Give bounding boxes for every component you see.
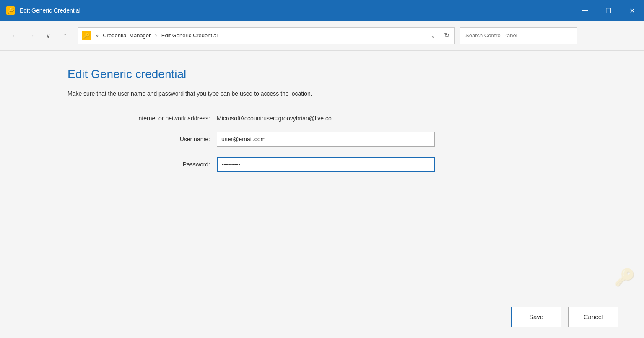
svg-text:🔑: 🔑 xyxy=(7,7,15,14)
refresh-button[interactable]: ↻ xyxy=(442,30,451,41)
maximize-button[interactable]: ☐ xyxy=(597,0,620,21)
address-chevron-icon[interactable]: ⌄ xyxy=(431,32,436,39)
title-bar: 🔑 Edit Generic Credential — ☐ ✕ xyxy=(0,0,644,21)
page-title: Edit Generic credential xyxy=(68,68,618,81)
search-input[interactable] xyxy=(465,32,572,39)
dropdown-button[interactable]: ∨ xyxy=(41,28,56,43)
address-bar: 🔑 » Credential Manager › Edit Generic Cr… xyxy=(78,27,455,44)
window-icon: 🔑 xyxy=(5,5,16,16)
svg-text:🔑: 🔑 xyxy=(83,32,90,39)
main-content: Edit Generic credential Make sure that t… xyxy=(0,51,644,296)
page-description: Make sure that the user name and passwor… xyxy=(68,89,618,98)
address-value: MicrosoftAccount:user=groovybrian@live.c… xyxy=(217,115,332,122)
breadcrumb-root[interactable]: Credential Manager xyxy=(103,32,151,39)
password-label: Password: xyxy=(68,161,210,168)
close-button[interactable]: ✕ xyxy=(620,0,644,21)
password-row: Password: xyxy=(68,157,618,172)
window-title: Edit Generic Credential xyxy=(20,7,80,14)
save-button[interactable]: Save xyxy=(511,307,561,327)
title-bar-controls: — ☐ ✕ xyxy=(573,0,644,21)
breadcrumb-arrow: › xyxy=(155,32,157,39)
content-inner: Edit Generic credential Make sure that t… xyxy=(0,51,644,296)
window: 🔑 Edit Generic Credential — ☐ ✕ ← → ∨ ↑ … xyxy=(0,0,644,338)
back-button[interactable]: ← xyxy=(7,28,22,43)
form-section: Internet or network address: MicrosoftAc… xyxy=(68,115,618,172)
breadcrumb-separator: » xyxy=(96,32,99,39)
forward-button[interactable]: → xyxy=(24,28,39,43)
address-row: Internet or network address: MicrosoftAc… xyxy=(68,115,618,122)
search-box xyxy=(460,27,577,44)
breadcrumb-current: Edit Generic Credential xyxy=(161,32,218,39)
username-input[interactable] xyxy=(217,132,435,147)
address-label: Internet or network address: xyxy=(68,115,210,122)
nav-bar: ← → ∨ ↑ 🔑 » Credential Manager › Edit Ge… xyxy=(0,21,644,51)
minimize-button[interactable]: — xyxy=(573,0,597,21)
watermark: 🔑 xyxy=(614,268,635,287)
username-label: User name: xyxy=(68,136,210,143)
address-bar-icon: 🔑 xyxy=(81,31,91,41)
title-bar-left: 🔑 Edit Generic Credential xyxy=(5,5,80,16)
up-button[interactable]: ↑ xyxy=(57,28,73,43)
cancel-button[interactable]: Cancel xyxy=(568,307,618,327)
username-row: User name: xyxy=(68,132,618,147)
password-input[interactable] xyxy=(217,157,435,172)
footer: Save Cancel xyxy=(0,296,644,338)
